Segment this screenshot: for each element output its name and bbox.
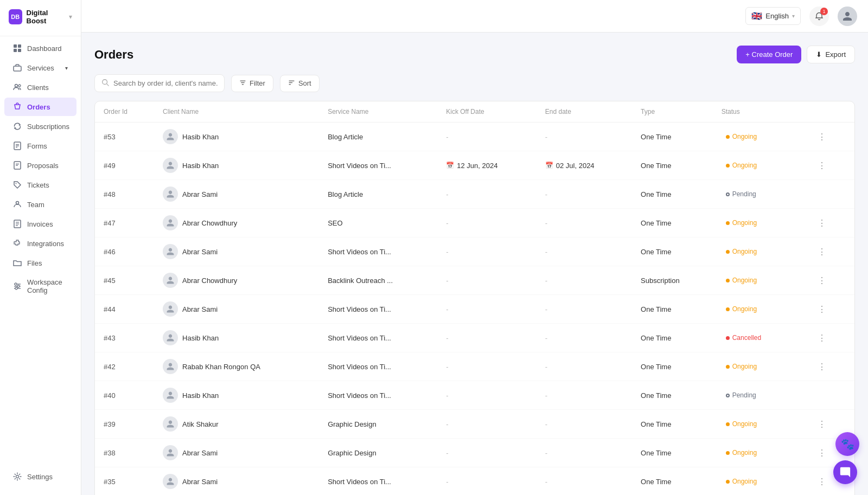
end-date-cell: - [537,381,632,410]
sidebar-item-services[interactable]: Services ▾ [4,59,76,77]
kickoff-date-cell: - [437,439,537,467]
status-cell: Ongoing [713,467,805,496]
sidebar-item-invoices[interactable]: Invoices [4,215,76,233]
main-content: 🇬🇧 English ▾ 1 Orders + Create Order ⬇ E… [81,0,868,495]
order-id-cell: #38 [95,439,154,467]
row-more-button[interactable]: ⋮ [813,474,831,489]
sidebar-item-forms[interactable]: Forms [4,137,76,155]
sort-button[interactable]: Sort [280,75,320,92]
status-cell: Ongoing [713,352,805,381]
client-avatar [163,158,178,173]
row-more-button[interactable]: ⋮ [813,273,831,288]
filter-button[interactable]: Filter [231,75,273,92]
end-date-cell: - [537,352,632,381]
grid-icon [13,44,22,53]
svg-rect-3 [18,49,21,52]
svg-rect-0 [14,44,17,48]
service-name-cell: Short Videos on Ti... [319,295,437,324]
type-cell: One Time [632,180,713,209]
type-cell: Subscription [632,266,713,295]
user-avatar[interactable] [838,7,857,26]
users-icon [13,83,22,92]
sidebar-item-orders[interactable]: Orders [4,98,76,116]
client-name-cell: Hasib Khan [154,381,319,410]
svg-rect-2 [14,49,17,52]
row-more-button[interactable]: ⋮ [813,417,831,432]
row-more-button[interactable]: ⋮ [813,302,831,317]
sidebar-item-label: Clients [27,83,49,92]
collapse-icon[interactable]: ▾ [69,13,72,21]
status-dot [726,307,730,311]
sidebar-item-workspace-config[interactable]: Workspace Config [4,273,76,299]
actions-cell: ⋮ [805,237,854,266]
client-avatar [163,215,178,230]
row-more-button[interactable]: ⋮ [813,130,831,144]
end-date-cell: - [537,439,632,467]
row-more-button[interactable]: ⋮ [813,158,831,173]
sidebar-item-subscriptions[interactable]: Subscriptions [4,117,76,136]
order-id-cell: #48 [95,180,154,209]
client-name: Abrar Sami [182,190,218,198]
end-date-cell: - [537,467,632,496]
sidebar-item-label: Orders [27,103,50,111]
order-id-cell: #44 [95,295,154,324]
language-selector[interactable]: 🇬🇧 English ▾ [745,7,801,25]
client-avatar [163,301,178,317]
sidebar-item-dashboard[interactable]: Dashboard [4,39,76,57]
table-row: #49 Hasib Khan Short Videos on Ti... 📅 1… [95,151,854,180]
chat-widget[interactable] [833,460,857,484]
sidebar-item-integrations[interactable]: Integrations [4,234,76,253]
notification-button[interactable]: 1 [809,7,829,26]
sidebar-item-settings[interactable]: Settings [4,467,76,486]
type-cell: One Time [632,237,713,266]
sidebar-item-label: Invoices [27,220,53,228]
col-kickoff: Kick Off Date [437,101,537,123]
service-name-cell: Graphic Design [319,410,437,439]
client-avatar [163,416,178,432]
status-dot [726,365,730,369]
create-order-button[interactable]: + Create Order [737,46,801,63]
client-name-cell: Rabab Khan Rongon QA [154,352,319,381]
row-more-button[interactable]: ⋮ [813,245,831,259]
row-more-button[interactable]: ⋮ [813,359,831,374]
status-dot [726,250,730,254]
row-more-button[interactable]: ⋮ [813,331,831,345]
svg-point-14 [16,183,17,184]
client-name: Hasib Khan [182,162,219,170]
svg-rect-4 [14,66,21,71]
end-date-cell: - [537,123,632,151]
sidebar-item-tickets[interactable]: Tickets [4,176,76,194]
puzzle-icon [13,239,22,248]
search-input[interactable] [113,79,218,87]
col-enddate: End date [537,101,632,123]
language-label: English [765,12,789,20]
sidebar: DB Digital Boost ▾ Dashboard Services ▾ … [0,0,81,495]
brand[interactable]: DB Digital Boost ▾ [0,9,81,34]
sidebar-item-files[interactable]: Files [4,254,76,272]
status-cell: Ongoing [713,295,805,324]
end-date-cell: - [537,180,632,209]
end-date-cell: - [537,266,632,295]
sidebar-item-clients[interactable]: Clients [4,78,76,97]
order-id-cell: #40 [95,381,154,410]
service-name-cell: Graphic Design [319,439,437,467]
col-actions [805,101,854,123]
row-more-button[interactable]: ⋮ [813,216,831,230]
sidebar-item-team[interactable]: Team [4,195,76,214]
order-id-cell: #39 [95,410,154,439]
sidebar-item-proposals[interactable]: Proposals [4,156,76,175]
status-dot [726,192,730,196]
support-widget[interactable]: 🐾 [835,432,859,456]
status-badge: Ongoing [722,476,761,487]
lang-chevron-icon: ▾ [792,13,795,19]
client-name-cell: Abrar Sami [154,180,319,209]
kickoff-date-cell: - [437,324,537,352]
export-button[interactable]: ⬇ Export [807,46,855,63]
toolbar: Filter Sort [94,74,855,92]
sidebar-item-label: Workspace Config [27,278,68,294]
row-more-button[interactable]: ⋮ [813,446,831,460]
briefcase-icon [13,63,22,72]
service-name-cell: Short Videos on Ti... [319,352,437,381]
service-name-cell: Blog Article [319,123,437,151]
sidebar-item-label: Team [27,201,44,209]
